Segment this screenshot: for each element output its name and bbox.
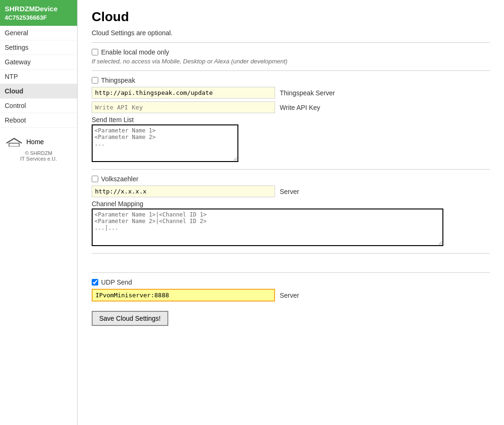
volkszaehler-checkbox[interactable] (92, 176, 98, 182)
sidebar-nav: GeneralSettingsGatewayNTPCloudControlReb… (0, 26, 77, 128)
udp-send-checkbox[interactable] (92, 279, 98, 286)
thingspeak-apikey-input[interactable] (92, 101, 275, 113)
save-cloud-settings-button[interactable]: Save Cloud Settings! (92, 311, 168, 326)
thingspeak-server-row: Thingspeak Server (92, 87, 490, 99)
udp-send-section: UDP Send Server (92, 278, 490, 301)
page-title: Cloud (92, 9, 490, 24)
send-item-list-section: Send Item List (92, 116, 490, 163)
volkszaehler-server-input[interactable] (92, 185, 275, 197)
udp-server-input[interactable] (92, 289, 275, 301)
sidebar-item-ntp[interactable]: NTP (0, 70, 77, 84)
device-name: SHRDZMDevice (5, 4, 72, 14)
thingspeak-checkbox[interactable] (92, 77, 98, 84)
channel-mapping-textarea[interactable] (92, 209, 443, 246)
thingspeak-server-input[interactable] (92, 87, 275, 99)
local-mode-label[interactable]: Enable local mode only (101, 48, 169, 56)
local-mode-note: If selected, no access via Mobile, Deskt… (92, 58, 490, 65)
thingspeak-apikey-label: Write API Key (280, 104, 320, 111)
sidebar-copyright: © SHRDZM IT Services e.U. (0, 148, 77, 165)
volkszaehler-server-row: Server (92, 185, 490, 197)
sidebar-item-cloud[interactable]: Cloud (0, 84, 77, 99)
divider-2 (92, 70, 490, 71)
local-mode-row: Enable local mode only (92, 48, 490, 56)
sidebar-item-control[interactable]: Control (0, 99, 77, 113)
udp-send-label[interactable]: UDP Send (101, 278, 132, 286)
sidebar-home-label: Home (26, 138, 44, 146)
local-mode-checkbox[interactable] (92, 49, 98, 55)
device-id: 4C752536663F (5, 14, 72, 22)
volkszaehler-section: Volkszaehler Server Channel Mapping (92, 175, 490, 247)
local-mode-section: Enable local mode only If selected, no a… (92, 48, 490, 65)
divider-3 (92, 169, 490, 170)
divider-4 (92, 253, 490, 254)
send-item-list-textarea[interactable] (92, 124, 238, 162)
thingspeak-row: Thingspeak (92, 77, 490, 84)
cloud-subtitle: Cloud Settings are optional. (92, 29, 490, 37)
udp-server-label: Server (280, 292, 299, 299)
thingspeak-label[interactable]: Thingspeak (101, 77, 135, 84)
thingspeak-server-label: Thingspeak Server (280, 89, 335, 97)
udp-send-row: UDP Send (92, 278, 490, 286)
sidebar-logo[interactable]: Home (0, 131, 77, 148)
hrdzm-logo-icon (5, 137, 24, 147)
divider-1 (92, 42, 490, 43)
sidebar-item-settings[interactable]: Settings (0, 40, 77, 55)
send-item-list-label: Send Item List (92, 116, 490, 124)
thingspeak-apikey-row: Write API Key (92, 101, 490, 113)
sidebar-item-reboot[interactable]: Reboot (0, 113, 77, 128)
volkszaehler-label[interactable]: Volkszaehler (101, 175, 138, 183)
thingspeak-section: Thingspeak Thingspeak Server Write API K… (92, 77, 490, 163)
divider-5 (92, 272, 490, 273)
channel-mapping-section: Channel Mapping (92, 200, 490, 247)
main-content: Cloud Cloud Settings are optional. Enabl… (78, 0, 504, 425)
volkszaehler-row: Volkszaehler (92, 175, 490, 183)
udp-server-row: Server (92, 289, 490, 301)
sidebar: SHRDZMDevice 4C752536663F GeneralSetting… (0, 0, 78, 425)
sidebar-item-general[interactable]: General (0, 26, 77, 40)
channel-mapping-label: Channel Mapping (92, 200, 490, 208)
svg-rect-0 (9, 143, 19, 147)
volkszaehler-server-label: Server (280, 188, 299, 195)
sidebar-item-gateway[interactable]: Gateway (0, 55, 77, 70)
sidebar-header: SHRDZMDevice 4C752536663F (0, 0, 77, 26)
